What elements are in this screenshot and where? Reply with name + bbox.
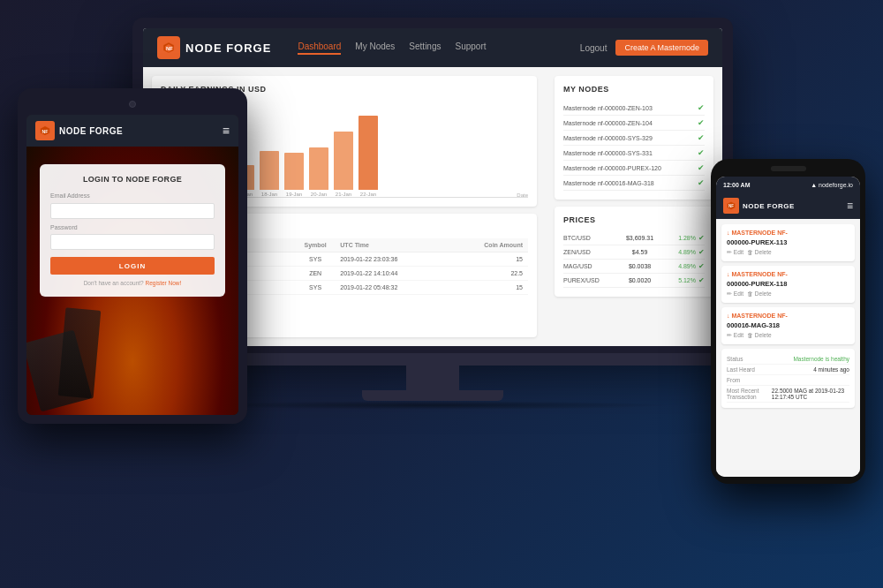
node-1-name: Masternode nf-000000-ZEN-103 bbox=[563, 105, 653, 111]
phone-time: 12:00 AM bbox=[723, 182, 750, 188]
logo-icon: NF bbox=[157, 36, 180, 59]
phone-header: NF NODE FORGE ≡ bbox=[716, 192, 860, 219]
price-pair-3: MAG/USD bbox=[563, 263, 615, 269]
tablet-camera bbox=[129, 101, 136, 108]
phone-logo-text: NODE FORGE bbox=[743, 202, 795, 210]
bar-7 bbox=[334, 132, 353, 190]
email-label: Email Address bbox=[50, 192, 215, 199]
price-check-1: ✔ bbox=[698, 234, 705, 242]
phone-node-card-3: ↓ MASTERNODE NF- 000016-MAG-318 ✏ Edit 🗑… bbox=[721, 307, 855, 344]
phone-node-prefix-1: ↓ MASTERNODE NF- bbox=[727, 230, 849, 236]
my-nodes-card: MY NODES Masternode nf-000000-ZEN-103 ✔ … bbox=[555, 76, 713, 200]
nav-support[interactable]: Support bbox=[455, 41, 486, 55]
price-check-4: ✔ bbox=[698, 276, 705, 284]
app-header: NF NODE FORGE Dashboard My Nodes Setting… bbox=[143, 28, 722, 67]
monitor-logo-text: NODE FORGE bbox=[185, 41, 271, 55]
node-6-status: ✔ bbox=[698, 178, 705, 187]
row3-time: 2019-01-22 05:48:32 bbox=[340, 284, 457, 290]
price-check-2: ✔ bbox=[698, 248, 705, 256]
row3-amount: 15 bbox=[457, 284, 523, 290]
password-input[interactable] bbox=[50, 234, 215, 250]
col-symbol-header: Symbol bbox=[291, 242, 340, 248]
tablet-header: NF NODE FORGE ≡ bbox=[26, 115, 238, 147]
nav-settings[interactable]: Settings bbox=[409, 41, 441, 55]
phone-content: ↓ MASTERNODE NF- 000000-PUREX-113 ✏ Edit… bbox=[716, 219, 860, 477]
detail-label-recent: Most Recent Transaction bbox=[727, 388, 772, 400]
app-logo: NF NODE FORGE bbox=[157, 36, 271, 59]
price-change-2: 4.89% bbox=[665, 249, 696, 255]
login-card: LOGIN TO NODE FORGE Email Address Passwo… bbox=[40, 164, 225, 297]
node-item: Masternode nf-000000-SYS-331 ✔ bbox=[563, 146, 705, 161]
nav-mynodes[interactable]: My Nodes bbox=[355, 41, 395, 55]
hamburger-menu[interactable]: ≡ bbox=[223, 124, 230, 138]
price-change-3: 4.89% bbox=[665, 263, 696, 269]
bar-4 bbox=[260, 151, 279, 190]
delete-icon-3[interactable]: 🗑 Delete bbox=[747, 332, 772, 339]
detail-row-recent: Most Recent Transaction 22.5000 MAG at 2… bbox=[727, 386, 849, 403]
node-4-status: ✔ bbox=[698, 148, 705, 157]
edit-icon-3[interactable]: ✏ Edit bbox=[727, 332, 743, 339]
bar-6 bbox=[309, 147, 328, 190]
x-axis-label: Date bbox=[517, 192, 528, 198]
tablet: NF NODE FORGE ≡ LOGIN TO NODE FOR bbox=[18, 88, 247, 424]
row1-time: 2019-01-22 23:03:36 bbox=[340, 256, 457, 262]
detail-label-lastheard: Last Heard bbox=[727, 366, 755, 373]
phone-node-prefix-3: ↓ MASTERNODE NF- bbox=[727, 313, 849, 319]
app-nav: Dashboard My Nodes Settings Support bbox=[298, 41, 562, 55]
phone-node-actions-1: ✏ Edit 🗑 Delete bbox=[727, 249, 849, 256]
email-input[interactable] bbox=[50, 203, 215, 219]
detail-value-recent: 22.5000 MAG at 2019-01-23 12:17:45 UTC bbox=[772, 388, 849, 400]
price-pair-2: ZEN/USD bbox=[563, 249, 615, 255]
phone-status-bar: 12:00 AM ▲ nodeforge.io bbox=[716, 177, 860, 192]
header-right: Logout Create A Masternode bbox=[580, 40, 708, 56]
node-item: Masternode nf-000016-MAG-318 ✔ bbox=[563, 176, 705, 191]
email-field: Email Address bbox=[50, 192, 215, 219]
price-item: MAG/USD $0.0038 4.89% ✔ bbox=[563, 260, 705, 274]
node-item: Masternode nf-000000-PUREX-120 ✔ bbox=[563, 161, 705, 176]
bar-label-8: 22-Jan bbox=[360, 192, 376, 197]
price-pair-1: BTC/USD bbox=[563, 235, 615, 241]
tablet-background: LOGIN TO NODE FORGE Email Address Passwo… bbox=[26, 147, 238, 415]
node-3-status: ✔ bbox=[698, 133, 705, 142]
price-value-2: $4.59 bbox=[615, 249, 666, 255]
node-item: Masternode nf-000000-SYS-329 ✔ bbox=[563, 131, 705, 146]
node-4-name: Masternode nf-000000-SYS-331 bbox=[563, 150, 653, 156]
phone: 12:00 AM ▲ nodeforge.io NF NODE FORGE bbox=[711, 159, 865, 484]
logout-button[interactable]: Logout bbox=[580, 43, 608, 53]
price-value-1: $3,609.31 bbox=[615, 235, 666, 241]
price-change-1: 1.28% bbox=[665, 235, 696, 241]
delete-icon-2[interactable]: 🗑 Delete bbox=[747, 290, 772, 298]
create-masternode-button[interactable]: Create A Masternode bbox=[615, 40, 708, 56]
edit-icon-1[interactable]: ✏ Edit bbox=[727, 249, 743, 256]
detail-row-lastheard: Last Heard 4 minutes ago bbox=[727, 365, 849, 375]
phone-screen: 12:00 AM ▲ nodeforge.io NF NODE FORGE bbox=[716, 177, 860, 477]
detail-value-lastheard: 4 minutes ago bbox=[813, 366, 849, 373]
edit-icon-2[interactable]: ✏ Edit bbox=[727, 290, 743, 298]
phone-node-prefix-2: ↓ MASTERNODE NF- bbox=[727, 271, 849, 277]
svg-text:NF: NF bbox=[728, 204, 734, 208]
password-label: Password bbox=[50, 224, 215, 230]
node-6-name: Masternode nf-000016-MAG-318 bbox=[563, 180, 654, 186]
bar-label-7: 21-Jan bbox=[336, 192, 351, 197]
phone-node-card-1: ↓ MASTERNODE NF- 000000-PUREX-113 ✏ Edit… bbox=[721, 224, 855, 261]
price-item: BTC/USD $3,609.31 1.28% ✔ bbox=[563, 231, 705, 245]
detail-label-status: Status bbox=[727, 356, 743, 362]
phone-node-actions-2: ✏ Edit 🗑 Delete bbox=[727, 290, 849, 298]
delete-icon-1[interactable]: 🗑 Delete bbox=[747, 249, 772, 256]
detail-value-status: Masternode is healthy bbox=[793, 356, 849, 362]
login-button[interactable]: LOGIN bbox=[50, 257, 215, 275]
detail-row-status: Status Masternode is healthy bbox=[727, 354, 849, 365]
monitor-stand-base bbox=[362, 390, 503, 401]
tablet-logo: NF NODE FORGE bbox=[35, 121, 123, 140]
prices-title: PRICES bbox=[563, 215, 705, 224]
row2-amount: 22.5 bbox=[457, 270, 523, 276]
tablet-logo-text: NODE FORGE bbox=[59, 126, 123, 136]
bar-label-5: 19-Jan bbox=[286, 192, 302, 197]
price-change-4: 5.12% bbox=[665, 277, 696, 283]
phone-menu-icon[interactable]: ≡ bbox=[847, 200, 853, 212]
node-5-status: ✔ bbox=[698, 163, 705, 172]
nav-dashboard[interactable]: Dashboard bbox=[298, 41, 341, 55]
node-2-status: ✔ bbox=[698, 118, 705, 127]
register-link[interactable]: Register Now! bbox=[146, 280, 182, 286]
node-5-name: Masternode nf-000000-PUREX-120 bbox=[563, 165, 661, 171]
